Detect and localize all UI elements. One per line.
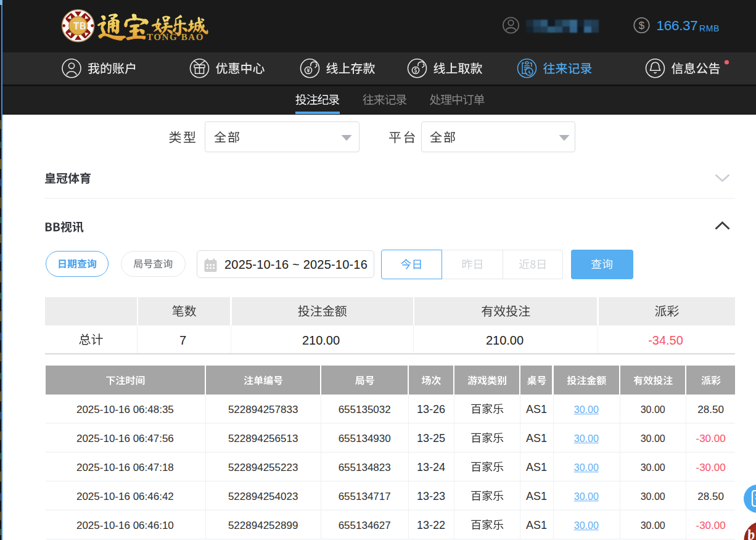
- svg-text:b: b: [746, 526, 756, 540]
